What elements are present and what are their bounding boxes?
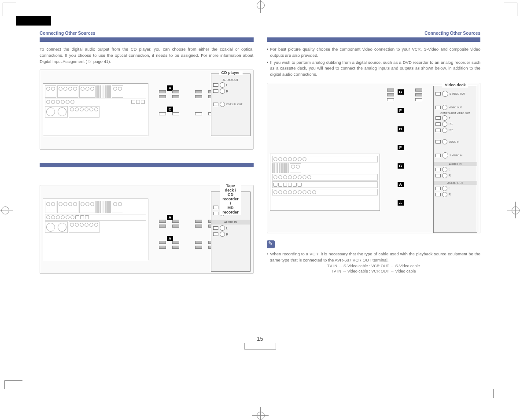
crop-corner-tr bbox=[504, 3, 517, 16]
receiver-rear-panel-3 bbox=[270, 154, 380, 211]
registration-mark-right bbox=[510, 205, 520, 215]
audio-out-label-v: AUDIO OUT bbox=[434, 181, 477, 185]
port-pr: PR bbox=[449, 129, 453, 132]
registration-mark-top bbox=[255, 0, 265, 10]
page-number: 15 bbox=[244, 335, 276, 350]
left-column: Connecting Other Sources To connect the … bbox=[40, 31, 254, 354]
coaxial-out-label: COAXIAL OUT bbox=[226, 103, 243, 106]
port-l-3: L bbox=[226, 227, 228, 230]
right-section-bar bbox=[267, 37, 481, 42]
cd-player-diagram: A C CD player AUDIO OUT L R COAXIAL OUT bbox=[40, 70, 254, 150]
receiver-rear-panel bbox=[43, 83, 148, 136]
note-bullet: When recording to a VCR, it is necessary… bbox=[267, 251, 481, 263]
left-section-bar-1 bbox=[40, 37, 254, 42]
port-r-v2: R bbox=[449, 193, 451, 196]
cable-pair-audio bbox=[159, 90, 166, 98]
crop-corner-tl bbox=[3, 3, 16, 16]
crop-rule-bl bbox=[4, 380, 22, 389]
video-out-label: VIDEO OUT bbox=[449, 106, 462, 109]
audio-in-label-v: AUDIO IN bbox=[434, 162, 477, 166]
page-number-value: 15 bbox=[244, 335, 276, 342]
tape-deck-diagram: A A Tape deck / CD recorder / MD recorde… bbox=[40, 185, 254, 274]
tape-deck-device: Tape deck / CD recorder / MD recorder AU… bbox=[211, 192, 251, 272]
port-l-v2: L bbox=[449, 187, 450, 190]
video-deck-device: Video deck S VIDEO OUT VIDEO OUT COMPONE… bbox=[433, 86, 477, 233]
port-r: R bbox=[226, 90, 229, 93]
right-header: Connecting Other Sources bbox=[267, 31, 481, 36]
svideo-in-label: S VIDEO IN bbox=[450, 154, 462, 157]
svideo-out-label: S VIDEO OUT bbox=[450, 92, 465, 95]
note-line-2: TV IN → Video cable : VCR OUT → Video ca… bbox=[267, 269, 481, 273]
pencil-icon bbox=[267, 240, 275, 248]
crop-rule-br2 bbox=[493, 389, 494, 398]
registration-mark-left bbox=[0, 205, 10, 215]
right-column: Connecting Other Sources For best pictur… bbox=[267, 31, 481, 354]
port-l-v: L bbox=[449, 168, 450, 171]
receiver-rear-panel-2 bbox=[43, 199, 148, 260]
port-y: Y bbox=[449, 116, 450, 119]
page-content: Connecting Other Sources To connect the … bbox=[40, 31, 480, 354]
registration-mark-bottom bbox=[255, 410, 265, 420]
port-pb: PB bbox=[449, 122, 453, 125]
black-index-tab bbox=[16, 16, 51, 26]
left-section-bar-2 bbox=[40, 163, 254, 167]
audio-out-label: AUDIO OUT bbox=[213, 78, 248, 81]
port-r-3: R bbox=[226, 233, 229, 236]
right-bullets: For best picture quality choose the comp… bbox=[267, 46, 481, 77]
cable-badge-c: C bbox=[167, 104, 173, 112]
cd-player-device: CD player AUDIO OUT L R COAXIAL OUT bbox=[211, 74, 251, 136]
note-block: When recording to a VCR, it is necessary… bbox=[267, 240, 481, 274]
port-r-v: R bbox=[449, 174, 451, 177]
tape-deck-title: Tape deck / CD recorder / MD recorder bbox=[220, 184, 241, 214]
note-line-1: TV IN → S-Video cable : VCR OUT → S-Vide… bbox=[267, 264, 481, 268]
video-deck-diagram: G F H F G A A bbox=[267, 83, 481, 233]
right-bullet-1: For best picture quality choose the comp… bbox=[267, 46, 481, 59]
video-in-label: VIDEO IN bbox=[449, 140, 459, 143]
cd-player-title: CD player bbox=[218, 71, 242, 75]
right-bullet-2: If you wish to perform analog dubbing fr… bbox=[267, 59, 481, 77]
cable-badge-column: G F H F G A A bbox=[398, 89, 404, 206]
left-header: Connecting Other Sources bbox=[40, 31, 254, 36]
port-l: L bbox=[226, 84, 228, 87]
crop-rule-br bbox=[476, 389, 494, 389]
left-intro-text: To connect the digital audio output from… bbox=[40, 46, 254, 64]
component-out-label: COMPONENT VIDEO OUT bbox=[435, 112, 475, 114]
audio-in-label: AUDIO IN bbox=[211, 220, 250, 225]
video-deck-title: Video deck bbox=[442, 83, 468, 88]
